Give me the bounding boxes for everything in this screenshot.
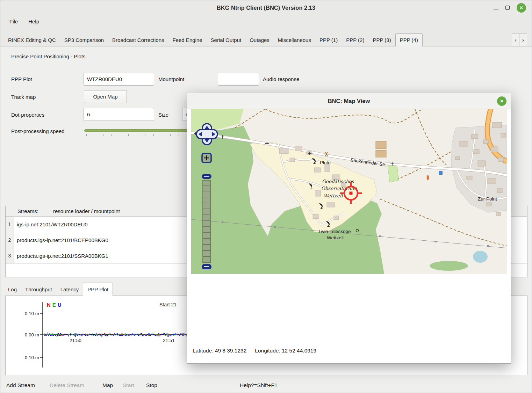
tab-ppp-3[interactable]: PPP (3) <box>368 33 395 46</box>
stream-url: products.igs-ip.net:2101/SSRA00BKG1 <box>17 248 108 263</box>
minimize-icon[interactable] <box>494 9 498 9</box>
close-icon[interactable]: ✕ <box>517 3 526 13</box>
map-coordinates: Latitude: 49 8 39.1232Longitude: 12 52 4… <box>193 348 316 354</box>
log-tabbar: Log Throughput Latency PPP Plot <box>4 283 113 296</box>
tab-outages[interactable]: Outages <box>245 33 274 46</box>
map-dialog-titlebar: BNC: Map View ✕ <box>187 93 511 109</box>
tab-throughput[interactable]: Throughput <box>21 283 56 296</box>
menubar: File Help <box>0 15 532 28</box>
map-label-pluto: Pluto <box>320 160 331 165</box>
tab-ppp-2[interactable]: PPP (2) <box>342 33 368 46</box>
tab-scroll-right-icon[interactable]: › <box>519 34 527 46</box>
dot-properties-input[interactable] <box>84 108 154 121</box>
tab-ppp-plot[interactable]: PPP Plot <box>83 283 113 296</box>
svg-text:Geodätisches: Geodätisches <box>322 179 354 184</box>
mountpoint-label: Mountpoint <box>158 76 184 82</box>
open-map-button[interactable]: Open Map <box>84 90 127 103</box>
stream-url: igs-ip.net:2101/WTZR00DEU0 <box>17 217 88 232</box>
row-index: 1 <box>6 217 14 232</box>
bnc-main-window: BKG Ntrip Client (BNC) Version 2.13 ✕ Fi… <box>0 0 532 393</box>
legend-e: E <box>52 302 56 308</box>
map-view-dialog: BNC: Map View ✕ <box>187 93 511 364</box>
position-marker <box>350 192 353 195</box>
y-tick-label: 0.00 m <box>25 332 39 337</box>
add-stream-button[interactable]: Add Stream <box>6 382 35 388</box>
map-dialog-title: BNC: Map View <box>328 98 370 104</box>
help-shortcut-label: Help?=Shift+F1 <box>240 382 278 388</box>
dialog-close-icon[interactable]: ✕ <box>497 96 506 106</box>
map-label-twin-telescope-2: Wettzell <box>327 235 344 240</box>
streams-column-header: resource loader / mountpoint <box>53 208 120 214</box>
blue-marker <box>439 171 443 175</box>
track-map-label: Track map <box>11 94 36 100</box>
tab-rinex-editing[interactable]: RINEX Editing & QC <box>4 33 60 46</box>
audio-response-label: Audio response <box>263 76 299 82</box>
streams-title: Streams: <box>17 208 38 214</box>
row-index: 2 <box>6 232 14 248</box>
pond <box>473 251 488 263</box>
start-button[interactable]: Start <box>123 382 134 388</box>
dot-properties-label: Dot-properties <box>11 112 44 118</box>
map-label-zur-point: Zur Point <box>478 196 497 202</box>
panel-description: Precise Point Positioning - Plots. <box>11 53 87 59</box>
maximize-icon[interactable] <box>505 6 510 10</box>
main-tabbar: RINEX Editing & QC SP3 Comparison Broadc… <box>4 33 510 46</box>
tab-sp3-comparison[interactable]: SP3 Comparison <box>60 33 108 46</box>
window-title: BKG Ntrip Client (BNC) Version 2.13 <box>217 5 315 11</box>
titlebar: BKG Ntrip Client (BNC) Version 2.13 ✕ <box>0 0 532 15</box>
row-index: 3 <box>6 248 14 263</box>
tab-serial-output[interactable]: Serial Output <box>207 33 246 46</box>
ppp-plot-label: PPP Plot <box>11 76 32 82</box>
ppp-plot-input[interactable] <box>84 73 154 86</box>
map-button[interactable]: Map <box>102 382 113 388</box>
tab-miscellaneous[interactable]: Miscellaneous <box>274 33 315 46</box>
delete-stream-button[interactable]: Delete Stream <box>50 382 84 388</box>
stop-button[interactable]: Stop <box>146 382 157 388</box>
tab-feed-engine[interactable]: Feed Engine <box>168 33 207 46</box>
post-processing-slider-ticks <box>86 134 202 136</box>
y-tick-label: -0.10 m <box>23 355 39 360</box>
legend-n: N <box>47 302 51 308</box>
plot-start-label: Start 21 <box>159 302 177 307</box>
tab-broadcast-corrections[interactable]: Broadcast Corrections <box>108 33 168 46</box>
tab-latency[interactable]: Latency <box>56 283 83 296</box>
post-processing-label: Post-processing speed <box>11 128 65 134</box>
x-tick-label: 21:50 <box>70 338 81 343</box>
longitude-value: Longitude: 12 52 44.0919 <box>255 348 316 354</box>
legend-u: U <box>58 302 62 308</box>
y-tick-label: 0.10 m <box>25 311 39 316</box>
menu-file[interactable]: File <box>7 17 21 26</box>
map-label-twin-telescope: Twin-Teleskope <box>318 229 351 234</box>
stream-url: products.igs-ip.net:2101/BCEP00BKG0 <box>17 232 108 248</box>
menu-help[interactable]: Help <box>26 17 42 26</box>
map-canvas[interactable]: Pluto Sackenrieder Str. Geodätisches Obs… <box>191 109 507 274</box>
mountpoint-input[interactable] <box>218 73 259 86</box>
tab-ppp-1[interactable]: PPP (1) <box>315 33 342 46</box>
tab-scroll-left-icon[interactable]: ‹ <box>512 34 519 46</box>
tab-ppp-4[interactable]: PPP (4) <box>395 33 423 46</box>
map-label-omega: Ω <box>355 228 359 233</box>
tab-log[interactable]: Log <box>4 283 21 296</box>
size-label: Size <box>158 112 168 118</box>
plot-legend: NEU <box>47 302 63 308</box>
latitude-value: Latitude: 49 8 39.1232 <box>193 348 246 354</box>
x-tick-label: 21:51 <box>163 338 175 343</box>
